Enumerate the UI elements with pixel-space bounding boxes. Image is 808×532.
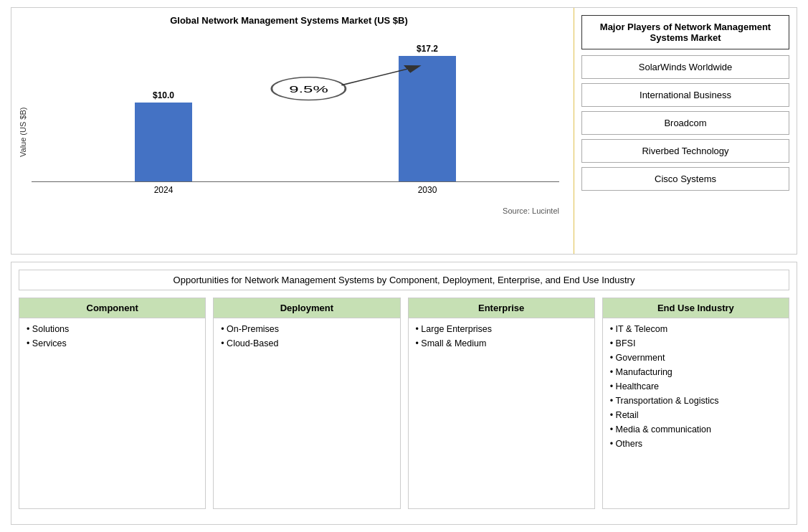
- category-header-component: Component: [19, 298, 205, 318]
- svg-text:9.5%: 9.5%: [289, 84, 328, 94]
- chart-area: Global Network Management Systems Market…: [11, 8, 574, 254]
- x-label-2030: 2030: [418, 185, 437, 195]
- category-item-large: Large Enterprises: [416, 324, 587, 334]
- bars-area: 9.5% $10.0: [32, 46, 559, 204]
- player-item-2: International Business: [581, 83, 789, 107]
- chart-title: Global Network Management Systems Market…: [170, 15, 408, 26]
- opportunities-title: Opportunities for Network Management Sys…: [19, 270, 789, 290]
- bar-value-2030: $17.2: [417, 44, 438, 54]
- category-item-manufacturing: Manufacturing: [610, 367, 781, 377]
- y-axis-label: Value (US $B): [19, 60, 27, 204]
- bar-group-2024: $10.0: [135, 90, 192, 181]
- major-players-title: Major Players of Network Management Syst…: [581, 15, 789, 49]
- player-item-5: Cisco Systems: [581, 167, 789, 191]
- svg-point-0: [272, 77, 346, 100]
- category-items-enterprise: Large Enterprises Small & Medium: [409, 318, 594, 354]
- x-label-2024: 2024: [154, 185, 174, 195]
- category-header-enterprise: Enterprise: [409, 298, 594, 318]
- category-item-media: Media & communication: [610, 424, 781, 434]
- right-panel: Major Players of Network Management Syst…: [574, 8, 797, 254]
- bars-row: 9.5% $10.0: [32, 46, 559, 182]
- category-item-others: Others: [610, 439, 781, 449]
- bar-2030: [399, 56, 456, 181]
- category-item-healthcare: Healthcare: [610, 381, 781, 391]
- category-item-retail: Retail: [610, 410, 781, 420]
- category-item-government: Government: [610, 353, 781, 363]
- bottom-section: Opportunities for Network Management Sys…: [11, 262, 797, 525]
- player-item-1: SolarWinds Worldwide: [581, 55, 789, 79]
- annotation-svg: 9.5%: [32, 46, 559, 181]
- category-item-small: Small & Medium: [416, 338, 587, 348]
- category-item-onpremises: On-Premises: [221, 324, 392, 334]
- source-text: Source: Lucintel: [19, 206, 559, 215]
- category-item-cloudbased: Cloud-Based: [221, 338, 392, 348]
- category-col-deployment: Deployment On-Premises Cloud-Based: [213, 298, 400, 509]
- category-col-component: Component Solutions Services: [19, 298, 206, 509]
- category-items-deployment: On-Premises Cloud-Based: [214, 318, 399, 354]
- bar-2024: [135, 103, 192, 181]
- category-items-component: Solutions Services: [19, 318, 205, 354]
- player-item-3: Broadcom: [581, 111, 789, 135]
- categories-row: Component Solutions Services Deployment …: [19, 298, 789, 509]
- category-item-solutions: Solutions: [27, 324, 198, 334]
- category-item-transport: Transportation & Logistics: [610, 396, 781, 406]
- bar-group-2030: $17.2: [399, 44, 456, 181]
- category-item-it-telecom: IT & Telecom: [610, 324, 781, 334]
- category-header-enduse: End Use Industry: [603, 298, 789, 318]
- category-item-services: Services: [27, 338, 198, 348]
- player-item-4: Riverbed Technology: [581, 139, 789, 163]
- category-item-bfsi: BFSI: [610, 338, 781, 348]
- category-items-enduse: IT & Telecom BFSI Government Manufacturi…: [603, 318, 789, 455]
- category-col-enduse: End Use Industry IT & Telecom BFSI Gover…: [602, 298, 789, 509]
- category-header-deployment: Deployment: [214, 298, 399, 318]
- category-col-enterprise: Enterprise Large Enterprises Small & Med…: [408, 298, 595, 509]
- bar-value-2024: $10.0: [153, 90, 174, 100]
